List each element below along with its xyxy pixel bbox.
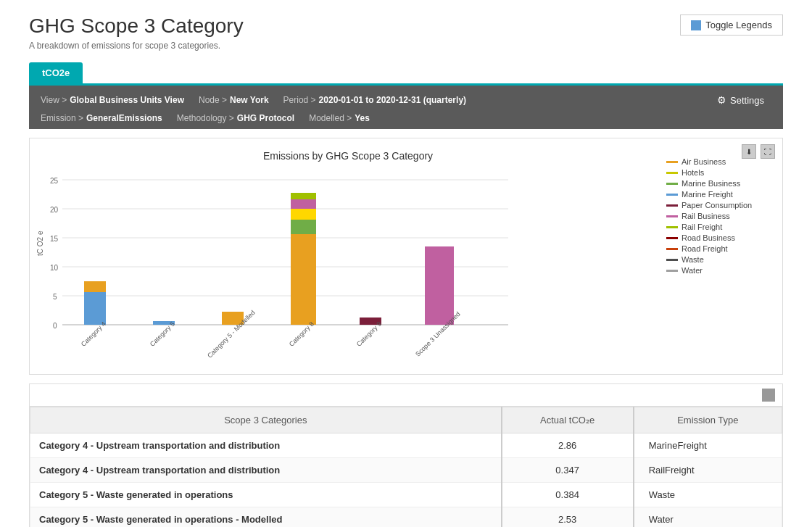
value-cell: 2.53 [502, 507, 634, 528]
value-cell: 0.347 [502, 458, 634, 483]
svg-text:5: 5 [53, 293, 57, 301]
table-download-icon[interactable] [762, 389, 775, 402]
page-title: GHG Scope 3 Category [29, 14, 244, 38]
data-table: Scope 3 Categories Actual tCO₂e Emission… [30, 407, 782, 527]
category-cell: Category 4 - Upstream transportation and… [30, 458, 502, 483]
table-row: Category 5 - Waste generated in operatio… [30, 483, 782, 507]
title-block: GHG Scope 3 Category A breakdown of emis… [29, 14, 244, 51]
category-cell: Category 5 - Waste generated in operatio… [30, 483, 502, 507]
chart-title: Emissions by GHG Scope 3 Category [37, 150, 659, 162]
svg-rect-28 [425, 246, 454, 325]
emission-label: Emission > [41, 113, 83, 123]
filter-row-2: Emission > GeneralEmissions Methodology … [41, 113, 771, 123]
period-value: 2020-01-01 to 2020-12-31 (quarterly) [319, 95, 466, 105]
svg-rect-21 [291, 220, 316, 234]
settings-icon: ⚙ [717, 94, 726, 106]
node-filter: Node > New York [199, 91, 269, 109]
type-cell: RailFreight [634, 458, 782, 483]
view-filter: View > Global Business Units View [41, 91, 184, 109]
node-label: Node > [199, 95, 227, 105]
svg-text:0: 0 [53, 322, 57, 330]
toggle-legends-button[interactable]: Toggle Legends [680, 14, 783, 36]
category-cell: Category 5 - Waste generated in operatio… [30, 507, 502, 528]
emission-filter: Emission > GeneralEmissions [41, 113, 162, 123]
view-label: View > [41, 95, 67, 105]
chart-svg: 25 20 15 10 5 0 tC O2 e [37, 169, 581, 365]
legend-item: Road Business [666, 233, 775, 242]
table-header-row: Scope 3 Categories Actual tCO₂e Emission… [30, 407, 782, 433]
expand-icon[interactable]: ⛶ [761, 144, 775, 159]
methodology-filter: Methodology > GHG Protocol [177, 113, 294, 123]
svg-rect-23 [291, 199, 316, 209]
value-cell: 2.86 [502, 433, 634, 458]
tab-bar: tCO2e [29, 62, 783, 86]
methodology-label: Methodology > [177, 113, 234, 123]
table-row: Category 5 - Waste generated in operatio… [30, 507, 782, 528]
svg-text:20: 20 [50, 206, 59, 214]
svg-text:10: 10 [50, 264, 59, 272]
period-label: Period > [283, 95, 316, 105]
emission-value: GeneralEmissions [86, 113, 162, 123]
legend-item: Water [666, 266, 775, 275]
svg-text:tC O2 e: tC O2 e [36, 231, 44, 256]
value-cell: 0.384 [502, 483, 634, 507]
methodology-value: GHG Protocol [237, 113, 294, 123]
legend-item: Marine Freight [666, 190, 775, 199]
chart-icons: ⬇ ⛶ [742, 144, 775, 159]
chart-container: ⬇ ⛶ Emissions by GHG Scope 3 Category 25… [29, 138, 783, 375]
page-wrapper: GHG Scope 3 Category A breakdown of emis… [0, 0, 812, 527]
legend-area: Air BusinessHotelsMarine BusinessMarine … [659, 150, 775, 367]
table-header-bar [30, 384, 782, 407]
legend-icon [691, 20, 701, 30]
modelled-value: Yes [355, 113, 370, 123]
svg-text:25: 25 [50, 177, 59, 185]
legend-item: Waste [666, 255, 775, 264]
table-row: Category 4 - Upstream transportation and… [30, 433, 782, 458]
page-subtitle: A breakdown of emissions for scope 3 cat… [29, 41, 244, 51]
table-row: Category 4 - Upstream transportation and… [30, 458, 782, 483]
download-icon[interactable]: ⬇ [742, 144, 756, 159]
filter-row-1: View > Global Business Units View Node >… [41, 91, 771, 109]
node-value: New York [230, 95, 269, 105]
legend-item: Marine Business [666, 179, 775, 188]
toggle-legends-label: Toggle Legends [705, 20, 772, 30]
type-cell: MarineFreight [634, 433, 782, 458]
table-container: Scope 3 Categories Actual tCO₂e Emission… [29, 383, 783, 527]
svg-rect-14 [84, 281, 106, 292]
col-header-category: Scope 3 Categories [30, 407, 502, 433]
chart-inner: Emissions by GHG Scope 3 Category 25 20 … [37, 150, 775, 367]
tco2e-tab[interactable]: tCO2e [29, 62, 83, 83]
legend-item: Rail Freight [666, 223, 775, 231]
category-cell: Category 4 - Upstream transportation and… [30, 433, 502, 458]
svg-rect-24 [291, 193, 316, 199]
settings-label: Settings [730, 95, 764, 106]
modelled-label: Modelled > [309, 113, 352, 123]
period-filter: Period > 2020-01-01 to 2020-12-31 (quart… [283, 91, 466, 109]
legend-item: Rail Business [666, 212, 775, 220]
chart-area: Emissions by GHG Scope 3 Category 25 20 … [37, 150, 659, 367]
legend-item: Road Freight [666, 244, 775, 253]
filter-bar: View > Global Business Units View Node >… [29, 86, 783, 129]
type-cell: Waste [634, 483, 782, 507]
header-section: GHG Scope 3 Category A breakdown of emis… [29, 14, 783, 51]
svg-rect-13 [84, 292, 106, 325]
svg-rect-20 [291, 234, 316, 325]
col-header-type: Emission Type [634, 407, 782, 433]
modelled-filter: Modelled > Yes [309, 113, 370, 123]
view-value: Global Business Units View [70, 95, 184, 105]
svg-rect-22 [291, 209, 316, 220]
svg-text:15: 15 [50, 235, 59, 243]
legend-item: Paper Consumption [666, 201, 775, 209]
legend-item: Hotels [666, 168, 775, 177]
settings-button[interactable]: ⚙ Settings [710, 91, 771, 109]
type-cell: Water [634, 507, 782, 528]
col-header-value: Actual tCO₂e [502, 407, 634, 433]
